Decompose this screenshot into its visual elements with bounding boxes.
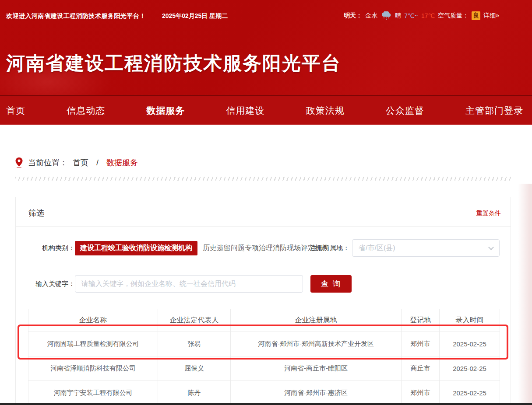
breadcrumb: 当前位置： 首页 / 数据服务 [15,157,138,168]
table-cell: 2025-02-25 [440,332,500,356]
table-cell: 2025-02-25 [440,381,500,405]
chevron-down-icon [488,244,494,250]
category-label: 机构类别： [26,239,75,257]
slash-divider [15,177,511,181]
date-text: 2025年02月25日 星期二 [162,12,228,20]
table-row[interactable]: 河南省泽顺消防科技有限公司屈保义河南省-商丘市-睢阳区商丘市2025-02-25 [28,356,500,381]
category-chips: 建设工程竣工验收消防设施检测机构历史遗留问题专项治理消防现场评定机构 [75,239,329,257]
temp-low: 7℃~ [404,12,418,19]
breadcrumb-current: 数据服务 [106,157,138,168]
main-nav: 首页信息动态数据服务信用建设政策法规公众监督主管部门登录 [0,95,532,125]
table-cell: 屈保义 [158,356,231,381]
site-title: 河南省建设工程消防技术服务阳光平台 [6,51,341,76]
filter-row-keyword: 输入关键字： 查 询 [16,275,511,293]
nav-item-信用建设[interactable]: 信用建设 [226,105,264,117]
page: 欢迎进入河南省建设工程消防技术服务阳光平台！ 2025年02月25日 星期二 明… [0,0,532,405]
region-select[interactable]: 省/市/区(县) [352,239,500,257]
table-header-cell: 企业法定代表人 [158,309,231,332]
table-header-cell: 录入时间 [440,309,500,332]
table-cell: 河南宇宁安装工程有限公司 [28,381,158,405]
filter-row-category: 机构类别： 建设工程竣工验收消防设施检测机构历史遗留问题专项治理消防现场评定机构… [16,239,511,257]
table-cell: 郑州市 [402,332,440,356]
nav-item-公众监督[interactable]: 公众监督 [386,105,424,117]
breadcrumb-home-link[interactable]: 首页 [73,157,88,168]
results-table: 企业名称企业法定代表人企业注册属地登记地录入时间 河南固瑞工程质量检测有限公司张… [28,309,500,405]
temp-high: 17℃ [421,12,435,19]
nav-item-信息动态[interactable]: 信息动态 [67,105,105,117]
nav-item-主管部门登录[interactable]: 主管部门登录 [465,105,523,117]
right-edge-gradient [518,184,532,403]
top-bar: 欢迎进入河南省建设工程消防技术服务阳光平台！ 2025年02月25日 星期二 明… [0,0,532,31]
nav-item-政策法规[interactable]: 政策法规 [306,105,345,117]
table-cell: 商丘市 [402,356,440,381]
keyword-input[interactable] [75,275,303,293]
weather-tomorrow-label: 明天： [344,12,362,20]
table-cell: 2025-02-25 [440,356,500,381]
breadcrumb-separator: / [96,158,99,168]
keyword-label: 输入关键字： [26,275,75,293]
table-cell: 河南省-商丘市-睢阳区 [231,356,402,381]
weather-detail-link[interactable]: 详细» [483,12,499,20]
table-cell: 河南省-郑州市-郑州高新技术产业开发区 [231,332,402,356]
reset-filters-link[interactable]: 重置条件 [476,209,501,217]
table-row[interactable]: 河南固瑞工程质量检测有限公司张易河南省-郑州市-郑州高新技术产业开发区郑州市20… [28,332,500,356]
table-header-cell: 企业注册属地 [231,309,402,332]
table-header-cell: 企业名称 [28,309,158,332]
category-chip[interactable]: 建设工程竣工验收消防设施检测机构 [75,241,197,255]
welcome-text: 欢迎进入河南省建设工程消防技术服务阳光平台！ [6,12,146,20]
filter-card-header: 筛选 重置条件 [16,197,511,227]
site-header: 欢迎进入河南省建设工程消防技术服务阳光平台！ 2025年02月25日 星期二 明… [0,0,532,95]
region-select-placeholder: 省/市/区(县) [359,240,395,256]
search-button[interactable]: 查 询 [310,275,352,293]
air-quality-badge: 良 [472,11,480,20]
weather-widget: 明天： 金水 晴 7℃~ 17℃ 空气质量： 良 详细» [344,11,499,20]
filter-title: 筛选 [28,208,44,218]
nav-item-数据服务[interactable]: 数据服务 [146,105,185,117]
table-cell: 河南省泽顺消防科技有限公司 [28,356,158,381]
table-cell: 郑州市 [402,381,440,405]
table-header-cell: 登记地 [402,309,440,332]
location-pin-icon [15,157,23,168]
region-label: 注册所属地： [300,239,349,257]
air-quality-label: 空气质量： [438,12,469,20]
bottom-edge-bar [0,403,532,405]
table-cell: 陈丹 [158,381,231,405]
table-cell: 张易 [158,332,231,356]
weather-city: 金水 [365,12,377,20]
cloud-rain-icon [381,11,392,20]
table-cell: 河南省-郑州市-惠济区 [231,381,402,405]
nav-item-首页[interactable]: 首页 [6,105,25,117]
table-cell: 河南固瑞工程质量检测有限公司 [28,332,158,356]
breadcrumb-label: 当前位置： [28,157,67,168]
filter-card: 筛选 重置条件 机构类别： 建设工程竣工验收消防设施检测机构历史遗留问题专项治理… [15,197,511,405]
table-row[interactable]: 河南宇宁安装工程有限公司陈丹河南省-郑州市-惠济区郑州市2025-02-25 [28,381,500,405]
weather-condition: 晴 [395,12,401,20]
